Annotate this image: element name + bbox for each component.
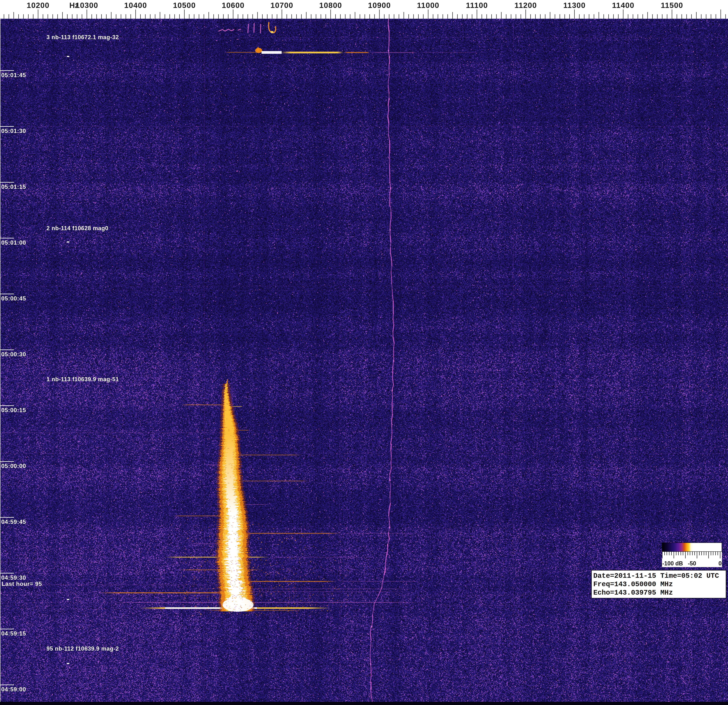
spectrogram-page: Hz 1020010300104001050010600107001080010…	[0, 0, 728, 705]
spectrogram-canvas	[0, 0, 728, 705]
